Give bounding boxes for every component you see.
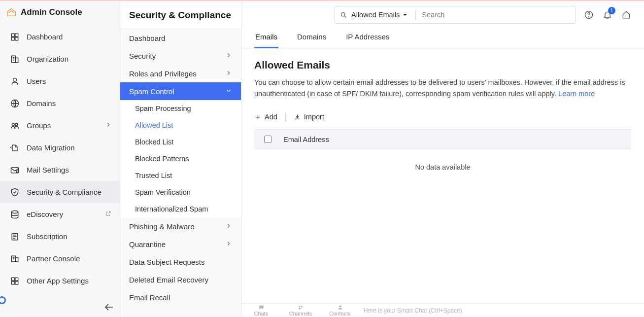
add-button[interactable]: Add	[254, 113, 277, 121]
subnav-subitem-allowed-list[interactable]: Allowed List	[120, 117, 241, 134]
sidebar-item-users[interactable]: Users	[0, 70, 120, 92]
svg-point-6	[13, 78, 17, 81]
sidebar-item-mail-settings[interactable]: Mail Settings	[0, 159, 120, 181]
sidebar-item-icon	[10, 121, 20, 131]
caret-down-icon	[403, 12, 407, 17]
sidebar-item-label: Domains	[27, 99, 112, 107]
select-all-checkbox[interactable]	[264, 136, 271, 143]
svg-rect-0	[11, 34, 14, 36]
home-icon[interactable]	[621, 10, 631, 20]
subnav-item-label: Data Subject Requests	[129, 258, 204, 266]
chatbar-chats[interactable]: Chats	[241, 304, 281, 317]
svg-rect-15	[16, 257, 18, 261]
search-filter-dropdown[interactable]: Allowed Emails	[335, 6, 412, 23]
chevron-right-icon	[225, 240, 232, 248]
svg-point-20	[341, 12, 345, 16]
sidebar-item-domains[interactable]: Domains	[0, 92, 120, 114]
sidebar-item-label: Dashboard	[27, 33, 112, 41]
svg-rect-2	[11, 37, 14, 40]
tab-emails[interactable]: Emails	[254, 29, 278, 48]
sidebar-item-icon	[10, 32, 20, 42]
subnav-item-security[interactable]: Security	[120, 47, 241, 65]
subnav-item-label: Security	[129, 52, 156, 60]
notifications-icon[interactable]: 1	[603, 10, 612, 20]
sidebar-item-icon	[10, 165, 20, 175]
sidebar-item-label: Security & Compliance	[27, 188, 112, 196]
sidebar-item-label: eDiscovery	[27, 210, 98, 218]
sidebar-item-label: Mail Settings	[27, 166, 112, 174]
app-logo-icon	[6, 7, 17, 18]
sidebar-item-organization[interactable]: Organization	[0, 48, 120, 70]
import-button[interactable]: Import	[294, 113, 324, 121]
svg-point-25	[339, 305, 341, 307]
svg-rect-16	[11, 278, 14, 281]
subnav-subitem-spam-processing[interactable]: Spam Processing	[120, 100, 241, 117]
svg-rect-17	[15, 278, 18, 281]
sidebar-item-icon	[10, 99, 20, 108]
sidebar-item-subscription[interactable]: Subscription	[0, 225, 120, 247]
sidebar-item-other-app-settings[interactable]: Other App Settings	[0, 270, 120, 292]
subnav-subitem-spam-verification[interactable]: Spam Verification	[120, 184, 241, 201]
sidebar-item-label: Users	[27, 77, 112, 85]
sidebar-item-partner-console[interactable]: Partner Console	[0, 247, 120, 270]
learn-more-link[interactable]: Learn more	[558, 90, 595, 98]
table-empty-state: No data available	[254, 149, 631, 185]
column-email-address: Email Address	[283, 136, 329, 143]
chevron-down-icon	[225, 87, 232, 96]
subnav-item-roles-and-privileges[interactable]: Roles and Privileges	[120, 65, 241, 82]
chevron-right-icon	[225, 222, 232, 231]
plus-icon	[254, 113, 262, 121]
svg-point-9	[15, 123, 18, 126]
subnav-subitem-blocked-list[interactable]: Blocked List	[120, 134, 241, 150]
subnav-item-label: Deleted Email Recovery	[129, 276, 208, 284]
subnav-item-phishing-malware[interactable]: Phishing & Malware	[120, 217, 241, 235]
sidebar-item-icon	[10, 187, 20, 197]
subnav-subitem-internationalized-spam[interactable]: Internationalized Spam	[120, 201, 241, 217]
subnav-subitem-blocked-patterns[interactable]: Blocked Patterns	[120, 150, 241, 167]
collapse-sidebar-icon[interactable]	[103, 301, 115, 313]
search-filter-label: Allowed Emails	[351, 11, 400, 19]
chevron-right-icon	[225, 52, 232, 60]
svg-rect-18	[11, 281, 14, 284]
tab-domains[interactable]: Domains	[296, 29, 327, 48]
subnav-item-spam-control[interactable]: Spam Control	[120, 82, 241, 100]
chatbar-contacts[interactable]: Contacts	[320, 304, 360, 317]
chevron-right-icon	[225, 70, 232, 78]
svg-point-12	[11, 211, 18, 213]
subnav-item-label: Quarantine	[129, 240, 166, 248]
search-box: Allowed Emails	[335, 6, 576, 24]
sidebar-item-dashboard[interactable]: Dashboard	[0, 26, 120, 48]
secondary-sidebar-title: Security & Compliance	[120, 1, 241, 29]
notification-badge: 1	[608, 7, 615, 14]
subnav-subitem-trusted-list[interactable]: Trusted List	[120, 167, 241, 184]
sidebar-item-data-migration[interactable]: Data Migration	[0, 137, 120, 159]
sidebar-item-label: Organization	[27, 55, 112, 63]
sidebar-item-groups[interactable]: Groups	[0, 114, 120, 137]
secondary-sidebar: Security & Compliance DashboardSecurityR…	[120, 1, 241, 317]
search-input[interactable]	[417, 11, 576, 19]
help-icon[interactable]	[584, 10, 594, 20]
tab-ip-addresses[interactable]: IP Addresses	[345, 29, 390, 48]
subnav-item-email-recall[interactable]: Email Recall	[120, 288, 241, 306]
svg-rect-3	[15, 37, 18, 40]
subnav-item-label: Spam Control	[129, 87, 174, 96]
sidebar-item-ediscovery[interactable]: eDiscovery	[0, 203, 120, 225]
svg-point-23	[299, 306, 300, 307]
subnav-item-quarantine[interactable]: Quarantine	[120, 235, 241, 253]
subnav-item-label: Roles and Privileges	[129, 70, 197, 78]
external-link-icon	[105, 210, 112, 218]
subnav-item-label: Phishing & Malware	[129, 222, 195, 231]
sidebar-item-icon	[10, 210, 20, 219]
sidebar-item-icon	[10, 143, 20, 153]
subnav-item-deleted-email-recovery[interactable]: Deleted Email Recovery	[120, 271, 241, 288]
sidebar-item-security-compliance[interactable]: Security & Compliance	[0, 181, 120, 203]
subnav-item-dashboard[interactable]: Dashboard	[120, 29, 241, 47]
sidebar-item-icon	[10, 54, 20, 64]
main-area: Allowed Emails 1 EmailsDomainsIP Address…	[241, 1, 644, 317]
subnav-item-data-subject-requests[interactable]: Data Subject Requests	[120, 253, 241, 271]
subnav-item-label: Dashboard	[129, 34, 165, 42]
chevron-right-icon	[105, 121, 112, 130]
sidebar-item-icon	[10, 254, 20, 264]
sidebar-item-label: Data Migration	[27, 143, 112, 152]
chatbar-channels[interactable]: Channels	[281, 304, 320, 317]
